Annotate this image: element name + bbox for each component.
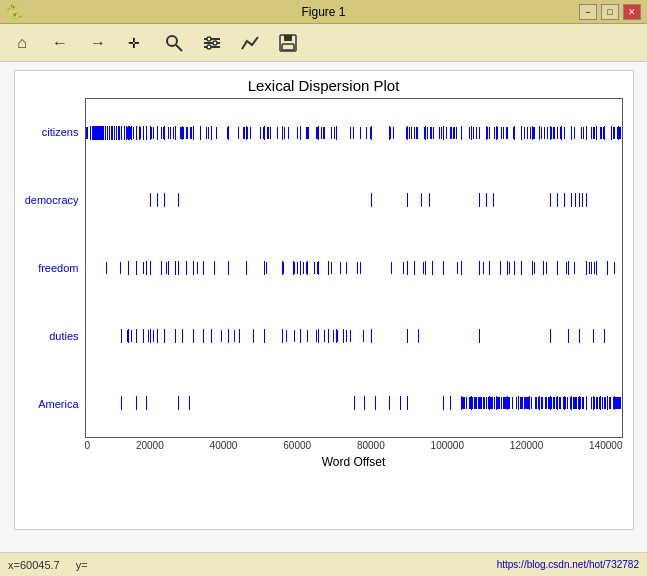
forward-button[interactable]: → (84, 29, 112, 57)
tick-mark (350, 127, 351, 139)
tick-mark (479, 261, 480, 275)
tick-mark (620, 127, 621, 139)
tick-mark (521, 127, 522, 139)
window-controls: − □ ✕ (579, 4, 641, 20)
tick-mark (228, 261, 229, 275)
tick-mark (597, 397, 598, 409)
home-button[interactable]: ⌂ (8, 29, 36, 57)
tick-mark (423, 262, 424, 274)
title-bar-left: 🐍 (6, 4, 23, 20)
tick-mark (328, 329, 329, 343)
tick-mark (604, 329, 605, 343)
close-button[interactable]: ✕ (623, 4, 641, 20)
y-label-democracy: democracy (15, 194, 83, 206)
back-button[interactable]: ← (46, 29, 74, 57)
save-button[interactable] (274, 29, 302, 57)
tick-mark (203, 261, 204, 275)
tick-mark (340, 262, 341, 274)
tick-mark (282, 329, 283, 343)
tick-mark (288, 127, 289, 139)
tick-mark (206, 127, 207, 139)
tick-mark (370, 127, 371, 139)
tick-mark (556, 397, 557, 409)
tick-mark (228, 329, 229, 343)
tick-mark (306, 262, 307, 274)
tick-mark (150, 261, 151, 275)
tick-mark (586, 397, 587, 409)
status-left: x=60045.7 y= (8, 559, 88, 571)
tick-mark (446, 127, 447, 139)
tick-mark (375, 396, 376, 410)
tick-mark (433, 127, 434, 139)
tick-mark (393, 127, 394, 139)
tick-mark (611, 126, 612, 140)
title-bar: 🐍 Figure 1 − □ ✕ (0, 0, 647, 24)
zoom-button[interactable] (160, 29, 188, 57)
tick-mark (328, 261, 329, 275)
tick-mark (183, 127, 184, 139)
tick-mark (150, 193, 151, 207)
status-x: x=60045.7 (8, 559, 60, 571)
tick-mark (464, 397, 465, 409)
tick-mark (146, 261, 147, 275)
svg-line-2 (176, 45, 182, 51)
tick-mark (488, 397, 489, 409)
tick-mark (456, 127, 457, 139)
tick-mark (536, 397, 537, 409)
tick-mark (283, 262, 284, 274)
tick-mark (146, 126, 147, 140)
tick-mark (164, 127, 165, 139)
tick-mark (307, 261, 308, 275)
tick-mark (425, 261, 426, 275)
tick-mark (324, 127, 325, 139)
tick-mark (239, 329, 240, 343)
tick-mark (157, 193, 158, 207)
tick-mark (509, 397, 510, 409)
y-label-america: America (15, 398, 83, 410)
tick-mark (566, 262, 567, 274)
tick-mark (521, 261, 522, 275)
tick-mark (407, 193, 408, 207)
settings-button[interactable] (198, 29, 226, 57)
tick-mark (493, 193, 494, 207)
svg-text:✛: ✛ (128, 35, 140, 51)
tick-mark (391, 262, 392, 274)
minimize-button[interactable]: − (579, 4, 597, 20)
tick-mark (130, 127, 131, 139)
tick-mark (560, 397, 561, 409)
pan-button[interactable]: ✛ (122, 29, 150, 57)
x-tick-140000: 140000 (589, 440, 622, 451)
tick-mark (307, 330, 308, 342)
tick-mark (509, 262, 510, 274)
tick-mark (586, 193, 587, 207)
tick-mark (318, 329, 319, 343)
tick-mark (178, 396, 179, 410)
x-tick-20000: 20000 (136, 440, 164, 451)
tick-mark (582, 193, 583, 207)
tick-mark (443, 261, 444, 275)
tick-mark (238, 127, 239, 139)
tick-mark (161, 261, 162, 275)
tick-mark (334, 127, 335, 139)
tick-mark (175, 261, 176, 275)
status-y: y= (76, 559, 88, 571)
tick-mark (503, 127, 504, 139)
maximize-button[interactable]: □ (601, 4, 619, 20)
tick-mark (417, 127, 418, 139)
tick-mark (216, 127, 217, 139)
main-content: Lexical Dispersion Plot citizens democra… (0, 62, 647, 552)
tick-mark (554, 127, 555, 139)
tick-mark (414, 261, 415, 275)
tick-mark (479, 193, 480, 207)
tick-mark (578, 397, 579, 409)
x-axis: 0 20000 40000 60000 80000 100000 120000 … (85, 438, 623, 478)
tick-mark (550, 193, 551, 207)
lines-button[interactable] (236, 29, 264, 57)
tick-mark (178, 193, 179, 207)
plot-area: Lexical Dispersion Plot citizens democra… (14, 70, 634, 530)
tick-mark (586, 126, 587, 140)
y-label-citizens: citizens (15, 126, 83, 138)
tick-mark (182, 329, 183, 343)
tick-mark (600, 397, 601, 409)
tick-mark (121, 127, 122, 139)
